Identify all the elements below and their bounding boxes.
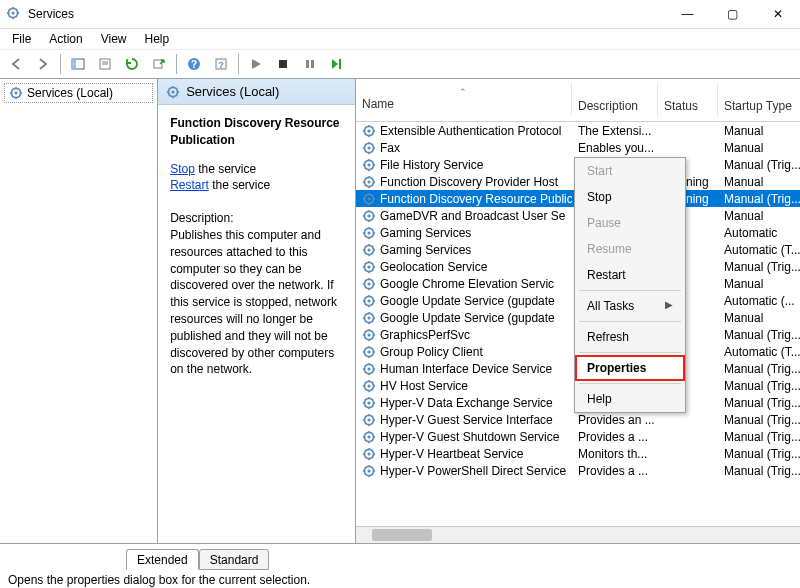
ctx-help[interactable]: Help (575, 386, 685, 412)
gear-icon (362, 243, 376, 257)
cell-type: Manual (718, 207, 800, 224)
gear-icon (362, 141, 376, 155)
selected-service-name: Function Discovery Resource Publication (170, 116, 339, 147)
col-description[interactable]: Description (572, 83, 658, 117)
help-toolbar-button[interactable]: ? (182, 52, 206, 76)
tree-item-services-local[interactable]: Services (Local) (4, 83, 153, 103)
menu-help[interactable]: Help (137, 30, 178, 48)
tab-extended[interactable]: Extended (126, 549, 199, 570)
gear-icon (362, 328, 376, 342)
col-status[interactable]: Status (658, 83, 718, 117)
cell-type: Manual (Trig... (718, 445, 800, 462)
gear-icon (362, 226, 376, 240)
table-row[interactable]: Hyper-V Heartbeat ServiceMonitors th...M… (356, 445, 800, 462)
properties-toolbar-button[interactable] (93, 52, 117, 76)
cell-type: Manual (Trig... (718, 428, 800, 445)
menu-view[interactable]: View (93, 30, 135, 48)
refresh-button[interactable] (120, 52, 144, 76)
cell-type: Manual (Trig... (718, 190, 800, 207)
gear-icon (362, 464, 376, 478)
tab-standard[interactable]: Standard (199, 549, 270, 570)
window-title: Services (28, 7, 665, 21)
gear-icon (362, 260, 376, 274)
gear-icon (362, 209, 376, 223)
gear-icon (362, 294, 376, 308)
cell-name: GraphicsPerfSvc (380, 328, 470, 342)
table-row[interactable]: FaxEnables you...Manual (356, 139, 800, 156)
table-row[interactable]: Hyper-V Guest Shutdown ServiceProvides a… (356, 428, 800, 445)
ctx-resume: Resume (575, 236, 685, 262)
cell-type: Manual (Trig... (718, 377, 800, 394)
cell-description: Provides a ... (572, 428, 658, 445)
help-topics-button[interactable]: ? (209, 52, 233, 76)
cell-name: Google Update Service (gupdate (380, 311, 555, 325)
context-menu: Start Stop Pause Resume Restart All Task… (574, 157, 686, 413)
gear-icon (362, 277, 376, 291)
gear-icon (166, 85, 180, 99)
forward-button[interactable] (31, 52, 55, 76)
cell-type: Automatic (T... (718, 241, 800, 258)
svg-rect-12 (279, 60, 287, 68)
gear-icon (362, 175, 376, 189)
details-pane-header: Services (Local) (158, 79, 355, 105)
close-button[interactable]: ✕ (755, 0, 800, 28)
cell-type: Manual (Trig... (718, 258, 800, 275)
minimize-button[interactable]: — (665, 0, 710, 28)
description-label: Description: (170, 210, 343, 227)
start-service-button[interactable] (244, 52, 268, 76)
cell-name: Hyper-V PowerShell Direct Service (380, 464, 566, 478)
cell-description: The Extensi... (572, 122, 658, 139)
cell-name: Hyper-V Guest Shutdown Service (380, 430, 559, 444)
pause-service-button[interactable] (298, 52, 322, 76)
cell-status (658, 445, 718, 462)
cell-name: Function Discovery Resource Public (380, 192, 572, 206)
cell-type: Manual (718, 309, 800, 326)
cell-type: Manual (Trig... (718, 156, 800, 173)
ctx-refresh[interactable]: Refresh (575, 324, 685, 350)
ctx-stop[interactable]: Stop (575, 184, 685, 210)
stop-service-button[interactable] (271, 52, 295, 76)
cell-name: Hyper-V Data Exchange Service (380, 396, 553, 410)
horizontal-scrollbar[interactable] (356, 526, 800, 543)
services-list: ⌃Name Description Status Startup Type Ex… (356, 79, 800, 543)
maximize-button[interactable]: ▢ (710, 0, 755, 28)
cell-type: Manual (718, 122, 800, 139)
table-row[interactable]: Hyper-V PowerShell Direct ServiceProvide… (356, 462, 800, 479)
export-button[interactable] (147, 52, 171, 76)
menu-action[interactable]: Action (41, 30, 90, 48)
cell-description: Monitors th... (572, 445, 658, 462)
details-pane: Services (Local) Function Discovery Reso… (158, 79, 356, 543)
col-name[interactable]: ⌃Name (356, 83, 572, 115)
table-row[interactable]: Extensible Authentication ProtocolThe Ex… (356, 122, 800, 139)
cell-type: Manual (Trig... (718, 462, 800, 479)
cell-type: Manual (Trig... (718, 394, 800, 411)
back-button[interactable] (4, 52, 28, 76)
restart-service-button[interactable] (325, 52, 349, 76)
ctx-restart[interactable]: Restart (575, 262, 685, 288)
view-tabs: Extended Standard (0, 544, 800, 569)
cell-name: File History Service (380, 158, 483, 172)
cell-type: Manual (Trig... (718, 411, 800, 428)
cell-name: Fax (380, 141, 400, 155)
stop-link[interactable]: Stop (170, 162, 195, 176)
menubar: File Action View Help (0, 29, 800, 49)
restart-link[interactable]: Restart (170, 178, 209, 192)
menu-file[interactable]: File (4, 30, 39, 48)
ctx-properties[interactable]: Properties (575, 355, 685, 381)
cell-type: Manual (718, 173, 800, 190)
show-hide-tree-button[interactable] (66, 52, 90, 76)
ctx-pause: Pause (575, 210, 685, 236)
app-icon (6, 6, 22, 22)
gear-icon (362, 362, 376, 376)
svg-text:?: ? (218, 60, 224, 70)
cell-type: Manual (718, 139, 800, 156)
cell-status (658, 428, 718, 445)
table-row[interactable]: Hyper-V Guest Service InterfaceProvides … (356, 411, 800, 428)
column-headers: ⌃Name Description Status Startup Type (356, 79, 800, 122)
cell-status (658, 411, 718, 428)
gear-icon (362, 192, 376, 206)
cell-type: Manual (718, 275, 800, 292)
cell-name: Group Policy Client (380, 345, 483, 359)
ctx-all-tasks[interactable]: All Tasks▶ (575, 293, 685, 319)
col-startup-type[interactable]: Startup Type (718, 83, 800, 117)
